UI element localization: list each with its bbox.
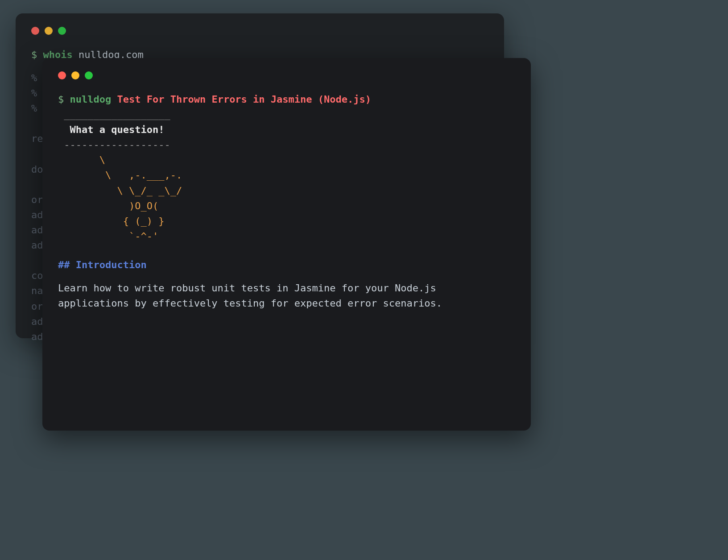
section-heading: ## Introduction	[58, 257, 515, 273]
close-icon[interactable]	[31, 27, 39, 35]
minimize-icon[interactable]	[45, 27, 53, 35]
ascii-dog-art: \ \ ,-.___,-. \ \_/_ _\_/ )O_O( { (_) } …	[58, 153, 515, 244]
prompt-dollar: $	[31, 49, 37, 60]
speech-text: What a question!	[58, 122, 515, 137]
minimize-icon[interactable]	[71, 71, 79, 79]
terminal-window-front: $ nulldog Test For Thrown Errors in Jasm…	[42, 58, 531, 431]
prompt-dollar: $	[58, 94, 64, 105]
speech-border-bottom: ------------------	[58, 137, 515, 153]
article-title: Test For Thrown Errors in Jasmine (Node.…	[117, 94, 371, 105]
speech-border-top: __________________	[58, 107, 515, 122]
intro-paragraph: Learn how to write robust unit tests in …	[58, 281, 504, 311]
command-text: nulldog	[70, 94, 112, 105]
traffic-lights	[31, 27, 488, 35]
maximize-icon[interactable]	[58, 27, 66, 35]
close-icon[interactable]	[58, 71, 66, 79]
front-prompt-line: $ nulldog Test For Thrown Errors in Jasm…	[58, 92, 515, 107]
traffic-lights	[58, 71, 515, 79]
maximize-icon[interactable]	[85, 71, 93, 79]
